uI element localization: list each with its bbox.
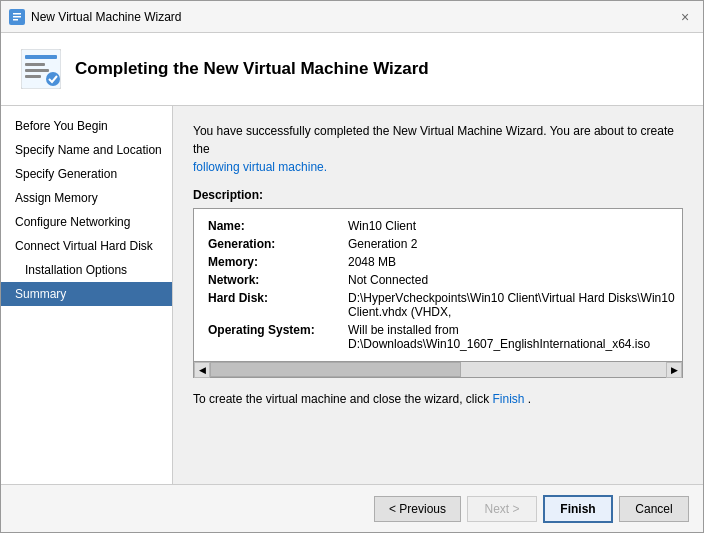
scroll-left-button[interactable]: ◀ [194, 362, 210, 378]
header-wizard-icon [21, 49, 61, 89]
completion-text: You have successfully completed the New … [193, 122, 683, 176]
previous-button[interactable]: < Previous [374, 496, 461, 522]
desc-value: Generation 2 [344, 235, 683, 253]
svg-rect-6 [25, 63, 45, 66]
table-row: Name:Win10 Client [204, 217, 683, 235]
scroll-thumb[interactable] [210, 362, 461, 377]
table-row: Operating System:Will be installed from … [204, 321, 683, 353]
desc-value: D:\HyperVcheckpoints\Win10 Client\Virtua… [344, 289, 683, 321]
finish-button[interactable]: Finish [543, 495, 613, 523]
title-bar: New Virtual Machine Wizard × [1, 1, 703, 33]
sidebar-item-before-you-begin[interactable]: Before You Begin [1, 114, 172, 138]
sidebar-item-configure-networking[interactable]: Configure Networking [1, 210, 172, 234]
desc-label: Operating System: [204, 321, 344, 353]
sidebar-item-summary[interactable]: Summary [1, 282, 172, 306]
bottom-bar: < Previous Next > Finish Cancel [1, 484, 703, 532]
wizard-icon [9, 9, 25, 25]
next-button: Next > [467, 496, 537, 522]
wizard-window: New Virtual Machine Wizard × Completing … [0, 0, 704, 533]
table-row: Hard Disk:D:\HyperVcheckpoints\Win10 Cli… [204, 289, 683, 321]
wizard-header-title: Completing the New Virtual Machine Wizar… [75, 59, 429, 79]
svg-point-9 [46, 72, 60, 86]
sidebar-item-installation-options[interactable]: Installation Options [1, 258, 172, 282]
horizontal-scrollbar[interactable]: ◀ ▶ [193, 362, 683, 378]
sidebar-item-assign-memory[interactable]: Assign Memory [1, 186, 172, 210]
table-row: Generation:Generation 2 [204, 235, 683, 253]
desc-value: Win10 Client [344, 217, 683, 235]
desc-label: Generation: [204, 235, 344, 253]
desc-label: Hard Disk: [204, 289, 344, 321]
svg-rect-1 [13, 13, 21, 15]
table-row: Network:Not Connected [204, 271, 683, 289]
description-table: Name:Win10 ClientGeneration:Generation 2… [204, 217, 683, 353]
desc-label: Network: [204, 271, 344, 289]
finish-text-2: . [528, 392, 531, 406]
description-label: Description: [193, 188, 683, 202]
finish-text: To create the virtual machine and close … [193, 392, 683, 406]
desc-value: Will be installed from D:\Downloads\Win1… [344, 321, 683, 353]
sidebar: Before You BeginSpecify Name and Locatio… [1, 106, 173, 484]
sidebar-item-specify-name[interactable]: Specify Name and Location [1, 138, 172, 162]
svg-rect-5 [25, 55, 57, 59]
content-area: Before You BeginSpecify Name and Locatio… [1, 106, 703, 484]
completion-text-2: following virtual machine. [193, 160, 327, 174]
finish-link: Finish [492, 392, 524, 406]
wizard-header: Completing the New Virtual Machine Wizar… [1, 33, 703, 106]
close-button[interactable]: × [675, 7, 695, 27]
window-title: New Virtual Machine Wizard [31, 10, 182, 24]
main-content: You have successfully completed the New … [173, 106, 703, 484]
svg-rect-2 [13, 16, 21, 18]
table-row: Memory:2048 MB [204, 253, 683, 271]
svg-rect-7 [25, 69, 49, 72]
description-box[interactable]: Name:Win10 ClientGeneration:Generation 2… [193, 208, 683, 362]
completion-text-1: You have successfully completed the New … [193, 124, 674, 156]
scroll-right-button[interactable]: ▶ [666, 362, 682, 378]
desc-label: Memory: [204, 253, 344, 271]
sidebar-item-connect-vhd[interactable]: Connect Virtual Hard Disk [1, 234, 172, 258]
scroll-track[interactable] [210, 362, 666, 377]
desc-value: 2048 MB [344, 253, 683, 271]
svg-rect-8 [25, 75, 41, 78]
sidebar-item-specify-generation[interactable]: Specify Generation [1, 162, 172, 186]
description-inner: Name:Win10 ClientGeneration:Generation 2… [194, 209, 683, 361]
title-bar-left: New Virtual Machine Wizard [9, 9, 182, 25]
desc-value: Not Connected [344, 271, 683, 289]
desc-label: Name: [204, 217, 344, 235]
svg-rect-3 [13, 19, 18, 21]
cancel-button[interactable]: Cancel [619, 496, 689, 522]
finish-text-1: To create the virtual machine and close … [193, 392, 489, 406]
